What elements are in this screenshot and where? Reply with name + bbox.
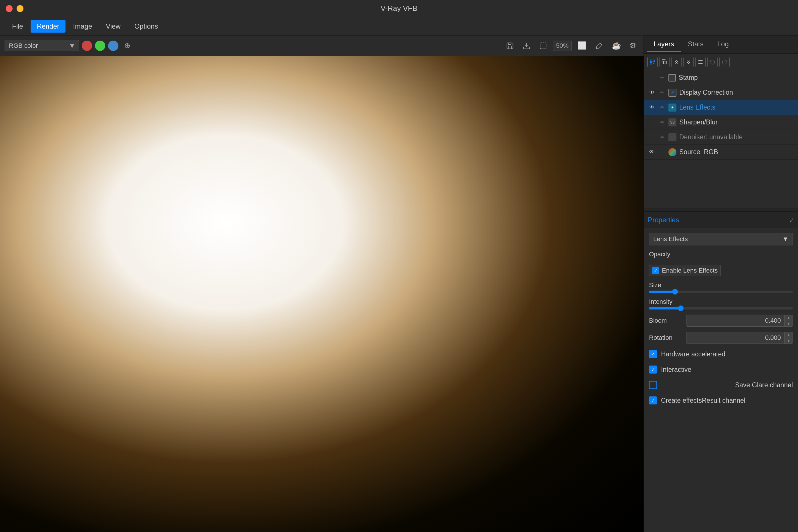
save-btn[interactable] (503, 40, 517, 52)
layer-name-dropdown[interactable]: Lens Effects ▼ (649, 233, 793, 245)
wand-btn[interactable] (592, 40, 606, 52)
rotation-spinner: ▲ ▼ (784, 332, 793, 343)
app-title: V-Ray VFB (381, 4, 418, 13)
panel-tabs: Layers Stats Log (644, 36, 798, 54)
select-btn[interactable] (536, 40, 550, 52)
close-button[interactable] (6, 5, 13, 12)
icon-denoiser: D (668, 133, 677, 141)
export-btn[interactable] (520, 40, 533, 52)
create-effects-label: Create effectsResult channel (661, 397, 745, 404)
size-slider[interactable] (649, 290, 793, 293)
svg-rect-8 (664, 61, 666, 64)
rotation-row: Rotation ▲ ▼ (649, 332, 793, 344)
create-effects-checkbox[interactable] (649, 396, 657, 404)
eye-display-correction[interactable]: 👁 (648, 89, 656, 97)
tab-stats[interactable]: Stats (681, 37, 710, 52)
move-down-btn[interactable] (683, 57, 694, 67)
rotation-up-btn[interactable]: ▲ (784, 332, 793, 338)
layer-lens-effects[interactable]: 👁 ✏ + Lens Effects (644, 100, 798, 115)
menu-file[interactable]: File (6, 20, 30, 33)
layer-display-correction-label: Display Correction (679, 89, 794, 96)
size-slider-thumb[interactable] (672, 289, 678, 294)
pencil-lens-effects: ✏ (659, 104, 666, 111)
red-channel-btn[interactable] (82, 41, 92, 51)
minimize-button[interactable] (17, 5, 23, 12)
channel-select[interactable]: RGB color (4, 40, 79, 51)
redo-btn[interactable] (719, 57, 730, 67)
rotation-label: Rotation (649, 334, 683, 342)
settings-btn[interactable]: ⚙ (627, 39, 639, 52)
properties-content: Lens Effects ▼ Opacity ✓ Enable Lens Eff… (644, 228, 798, 410)
eye-lens-effects[interactable]: 👁 (648, 103, 656, 112)
svg-rect-5 (650, 62, 652, 64)
size-row: Size (649, 282, 793, 293)
save-glare-label: Save Glare channel (735, 381, 793, 389)
menu-options[interactable]: Options (128, 20, 165, 33)
bloom-input[interactable] (686, 315, 784, 326)
render-canvas (0, 56, 644, 532)
eye-denoiser[interactable] (648, 133, 656, 141)
rotation-field: ▲ ▼ (686, 332, 793, 344)
layer-stamp-label: Stamp (679, 74, 794, 81)
bloom-down-btn[interactable]: ▼ (784, 321, 793, 326)
eye-sharpen-blur[interactable] (648, 118, 656, 127)
eye-source-rgb[interactable]: 👁 (648, 148, 656, 156)
opacity-label: Opacity (649, 250, 670, 258)
menu-image[interactable]: Image (66, 20, 98, 33)
interactive-label: Interactive (661, 366, 691, 374)
eye-stamp[interactable] (648, 74, 656, 82)
layer-stamp[interactable]: ✏ Stamp (644, 70, 798, 85)
move-up-btn[interactable] (671, 57, 682, 67)
menubar: File Render Image View Options (0, 17, 798, 36)
svg-rect-3 (650, 60, 652, 61)
tab-log[interactable]: Log (710, 37, 736, 52)
pencil-display-correction: ✏ (659, 89, 666, 96)
menu-view[interactable]: View (99, 20, 127, 33)
list-btn[interactable] (695, 57, 706, 67)
layer-display-correction[interactable]: 👁 ✏ ✓ Display Correction (644, 85, 798, 100)
rotation-input[interactable] (686, 332, 784, 343)
cup-btn[interactable]: ☕ (609, 39, 624, 52)
rotation-down-btn[interactable]: ▼ (784, 338, 793, 343)
save-glare-checkbox[interactable] (649, 381, 657, 389)
enable-lens-effects-checkbox[interactable]: ✓ Enable Lens Effects (649, 265, 721, 276)
enable-checkmark-icon: ✓ (652, 267, 659, 274)
frame-btn[interactable]: ⬜ (575, 39, 589, 52)
render-background (0, 56, 644, 532)
create-effects-row: Create effectsResult channel (649, 395, 793, 405)
undo-btn[interactable] (707, 57, 718, 67)
duplicate-layer-btn[interactable] (659, 57, 669, 67)
menu-render[interactable]: Render (31, 20, 66, 33)
icon-lens-effects: + (668, 103, 677, 112)
expand-properties-btn[interactable]: ⤢ (789, 216, 794, 223)
intensity-slider-thumb[interactable] (678, 305, 684, 311)
size-label: Size (649, 282, 793, 289)
bloom-up-btn[interactable]: ▲ (784, 315, 793, 321)
layer-source-rgb[interactable]: 👁 Source: RGB (644, 145, 798, 159)
pencil-denoiser: ✏ (659, 134, 666, 141)
interactive-row: Interactive (649, 364, 793, 375)
intensity-label: Intensity (649, 298, 793, 305)
layer-denoiser-label: Denoiser: unavailable (679, 133, 794, 141)
resize-dots: · · · · · · · · · · · · · (698, 208, 743, 212)
hardware-accelerated-row: Hardware accelerated (649, 349, 793, 359)
enable-lens-effects-label: Enable Lens Effects (662, 267, 718, 274)
interactive-checkbox[interactable] (649, 365, 657, 374)
layer-denoiser[interactable]: ✏ D Denoiser: unavailable (644, 130, 798, 145)
main-layout: RGB color ▼ ⊕ (0, 36, 798, 532)
svg-line-2 (602, 44, 602, 45)
blue-channel-btn[interactable] (108, 41, 118, 51)
canvas-toolbar: RGB color ▼ ⊕ (0, 36, 644, 56)
green-channel-btn[interactable] (95, 41, 105, 51)
window-controls (6, 5, 23, 12)
hardware-accelerated-checkbox[interactable] (649, 350, 657, 358)
compass-btn[interactable]: ⊕ (121, 39, 133, 52)
add-layer-btn[interactable] (647, 57, 658, 67)
tab-layers[interactable]: Layers (647, 37, 681, 52)
layer-name-value: Lens Effects (653, 235, 688, 243)
intensity-slider[interactable] (649, 307, 793, 309)
dropdown-arrow-icon: ▼ (782, 235, 788, 243)
canvas-area: RGB color ▼ ⊕ (0, 36, 644, 532)
layer-sharpen-blur[interactable]: ✏ SB Sharpen/Blur (644, 115, 798, 130)
resize-handle[interactable]: · · · · · · · · · · · · · (644, 208, 798, 212)
